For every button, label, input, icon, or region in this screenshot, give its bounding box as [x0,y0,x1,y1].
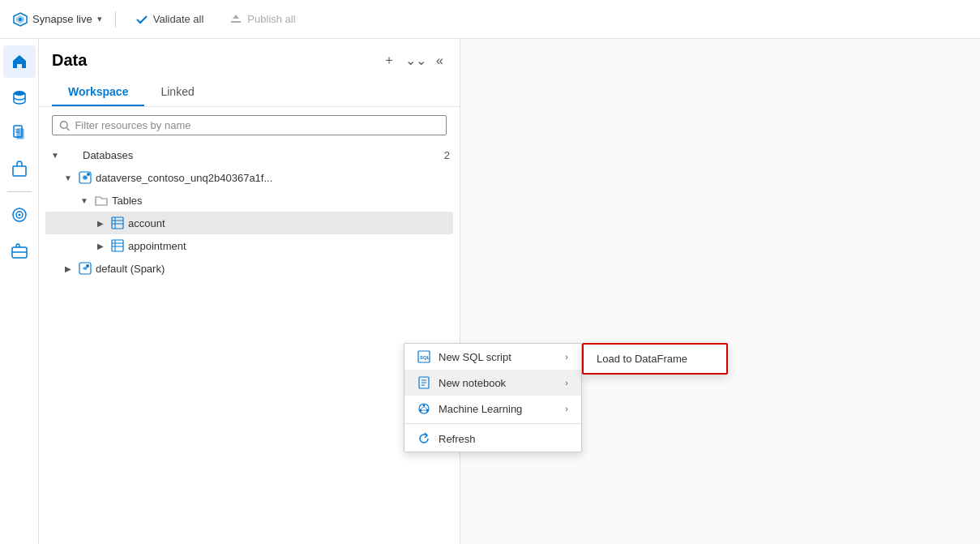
account-label: account [128,217,450,229]
svg-rect-25 [112,240,123,251]
svg-rect-7 [17,129,24,139]
workspace-name: Synapse live [32,13,92,25]
context-menu-item-sql[interactable]: SQL New SQL script › [404,344,581,370]
svg-point-30 [86,264,89,268]
tree-row[interactable]: ▼ Tables [45,189,453,212]
collapse-panel-button[interactable]: « [433,49,447,72]
svg-point-2 [19,18,22,21]
svg-point-13 [18,214,20,216]
chevron-right-icon: › [565,352,568,362]
svg-line-42 [424,407,427,409]
context-menu-item-notebook[interactable]: New notebook › [404,370,581,396]
svg-point-40 [426,409,429,412]
side-panel: Data ＋ ⌄⌄ « Workspace Linked ▼ [39,39,460,544]
svg-marker-4 [233,15,239,19]
expand-button[interactable]: ⌄⌄ [402,49,430,72]
nav-briefcase[interactable] [3,234,36,267]
search-input[interactable] [75,119,439,131]
divider [404,423,581,424]
refresh-icon [417,432,430,445]
svg-line-17 [66,127,69,130]
item-left: Refresh [417,432,476,445]
table-icon [110,238,125,253]
topbar: Synapse live ▾ Validate all Publish all [0,0,980,39]
sql-icon: SQL [417,350,430,363]
databases-icon [65,148,79,162]
left-nav [0,39,39,544]
databases-label: Databases [83,149,438,161]
svg-point-38 [423,405,426,407]
context-menu-item-ml[interactable]: Machine Learning › [404,396,581,422]
context-menu: SQL New SQL script › New notebook › [404,343,582,452]
expand-icon: ▶ [94,239,107,252]
synapse-icon [13,12,28,27]
svg-text:SQL: SQL [420,355,430,360]
notebook-label: New notebook [439,377,506,389]
item-left: New notebook [417,376,506,389]
package-icon [11,160,28,178]
main-layout: Data ＋ ⌄⌄ « Workspace Linked ▼ [0,39,980,544]
database-icon [11,88,28,106]
home-icon [11,53,28,71]
search-box [52,115,447,135]
svg-rect-3 [231,21,241,23]
panel-title: Data [52,51,87,70]
publish-icon [229,13,242,26]
validate-all-button[interactable]: Validate all [129,10,211,29]
tables-label: Tables [112,195,450,207]
chevron-right-icon: › [565,404,568,413]
expand-icon: ▶ [62,262,75,275]
spark-label: default (Spark) [96,263,450,275]
svg-rect-10 [13,166,26,176]
folder-icon [94,193,109,208]
collapse-icon: ▼ [49,148,62,161]
expand-icon: ▶ [94,216,107,229]
svg-line-41 [421,407,424,409]
load-dataframe-label: Load to DataFrame [597,353,687,365]
dataverse-label: dataverse_contoso_unq2b40367a1f... [96,172,450,184]
briefcase-icon [11,242,28,259]
tree-row[interactable]: ▶ default (Spark) [45,257,453,280]
chevron-right-icon: › [565,378,568,388]
refresh-label: Refresh [439,433,476,445]
item-left: SQL New SQL script [417,350,511,363]
context-menu-item-refresh[interactable]: Refresh [404,426,581,452]
submenu-item-load-dataframe[interactable]: Load to DataFrame [584,345,726,373]
tab-linked[interactable]: Linked [144,79,210,106]
nav-database[interactable] [3,81,36,114]
tree-row[interactable]: ▶ account [45,212,453,234]
nav-target[interactable] [3,199,36,231]
svg-point-39 [420,409,422,412]
nav-package[interactable] [3,152,36,185]
divider [115,11,116,28]
tree-row[interactable]: ▼ Databases 2 [45,143,453,166]
notebook-icon [417,376,430,389]
panel-actions: ＋ ⌄⌄ « [379,49,447,72]
collapse-icon: ▼ [62,171,75,184]
search-icon [59,120,70,131]
appointment-label: appointment [128,240,450,252]
item-left: Machine Learning [417,402,522,415]
svg-point-5 [14,91,25,96]
ml-label: Machine Learning [439,403,522,415]
tabs: Workspace Linked [39,72,460,107]
tree-row[interactable]: ▶ appointment [45,234,453,257]
publish-all-button[interactable]: Publish all [223,10,302,29]
tree-row[interactable]: ▼ dataverse_contoso_unq2b40367a1f... [45,166,453,189]
workspace-selector[interactable]: Synapse live ▾ [13,12,102,27]
nav-divider [7,191,32,192]
search-container [39,107,460,143]
nav-document[interactable] [3,117,36,149]
add-button[interactable]: ＋ [379,49,399,72]
validate-icon [135,13,148,26]
main-content [460,39,980,544]
databases-count: 2 [444,149,450,161]
svg-point-16 [60,121,67,128]
tab-workspace[interactable]: Workspace [52,79,144,106]
panel-header: Data ＋ ⌄⌄ « [39,39,460,72]
svg-point-20 [87,173,90,176]
tree: ▼ Databases 2 ▼ dataverse_contoso_unq2b4… [39,143,460,544]
nav-home[interactable] [3,45,36,78]
table-icon [110,216,125,230]
submenu: Load to DataFrame [582,343,728,375]
